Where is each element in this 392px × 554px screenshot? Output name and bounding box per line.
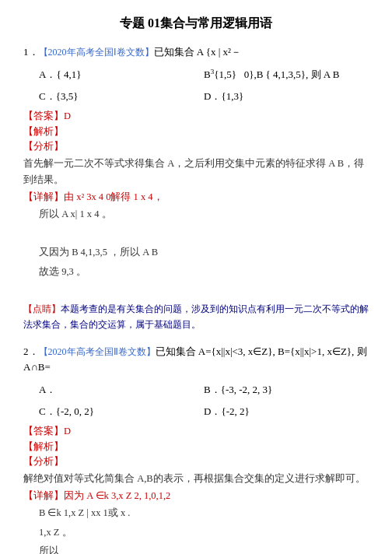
q1-answer: 【答案】D <box>23 110 369 123</box>
q1-detail-spacer2 <box>23 282 369 300</box>
q2-option-b: B．{-3, -2, 2, 3} <box>204 380 369 398</box>
page-title: 专题 01集合与常用逻辑用语 <box>23 16 369 32</box>
q1-detail-line-2: 又因为 B 4,1,3,5 ，所以 A B <box>39 244 369 261</box>
question-2: 2．【2020年高考全国Ⅱ卷文数】已知集合 A={x||x|<3, x∈Z}, … <box>23 344 369 554</box>
q2-option-a: A． <box>39 380 204 398</box>
q1-detail-header: 【详解】由 x² 3x 4 0解得 1 x 4， <box>23 191 369 204</box>
q1-detail-line-3: 故选 9,3 。 <box>39 263 369 281</box>
q2-detail-line-1: B ∈k 1,x Z | xx 1或 x . <box>39 504 369 522</box>
q2-source: 【2020年高考全国Ⅱ卷文数】 <box>39 346 156 357</box>
q1-detail-line-1: 所以 A x| 1 x 4 。 <box>39 205 369 223</box>
q2-detail-line-3: 所以 <box>39 542 369 554</box>
q2-options: A． B．{-3, -2, 2, 3} C．{-2, 0, 2} D．{-2, … <box>39 380 369 420</box>
q1-option-a: A．{ 4,1} <box>39 65 204 84</box>
q1-option-d: D．{1,3} <box>204 87 369 105</box>
q1-stem-text: 已知集合 A {x | x²－ <box>154 46 241 58</box>
q1-analysis-section: 【分析】 <box>23 140 369 153</box>
q2-answer: 【答案】D <box>23 425 369 438</box>
q1-option-b: B3{1,5} 0},B { 4,1,3,5}, 则 A B <box>204 65 369 84</box>
question-2-stem: 2．【2020年高考全国Ⅱ卷文数】已知集合 A={x||x|<3, x∈Z}, … <box>23 344 369 377</box>
q2-number: 2． <box>23 345 39 357</box>
q1-detail-spacer <box>23 225 369 243</box>
q1-number: 1． <box>23 46 39 58</box>
q2-analysis-text: 解绝对值对等式化简集合 A,B的表示，再根据集合交集的定义进行求解即可。 <box>23 471 369 487</box>
q2-option-c: C．{-2, 0, 2} <box>39 402 204 420</box>
q1-note: 【点睛】本题考查的是有关集合的问题，涉及到的知识点有利用一元二次不等式的解法求集… <box>23 301 369 333</box>
q2-detail-line-2: 1,x Z 。 <box>39 524 369 542</box>
q2-analysis-section: 【分析】 <box>23 455 369 468</box>
q1-option-c: C．{3,5} <box>39 87 204 105</box>
q2-detail-header: 【详解】因为 A ∈k 3,x Z 2, 1,0,1,2 <box>23 489 369 503</box>
q1-analysis-text: 首先解一元二次不等式求得集合 A，之后利用交集中元素的特征求得 A B，得到结果… <box>23 156 369 189</box>
question-1-stem: 1．【2020年高考全国Ⅰ卷文数】已知集合 A {x | x²－ <box>23 44 369 61</box>
q2-analysis-label: 【解析】 <box>23 440 369 454</box>
question-1: 1．【2020年高考全国Ⅰ卷文数】已知集合 A {x | x²－ A．{ 4,1… <box>23 44 369 333</box>
q1-options: A．{ 4,1} B3{1,5} 0},B { 4,1,3,5}, 则 A B … <box>39 65 369 105</box>
q1-analysis-label: 【解析】 <box>23 125 369 138</box>
q2-option-d: D．{-2, 2} <box>204 402 369 420</box>
q1-source: 【2020年高考全国Ⅰ卷文数】 <box>39 47 154 58</box>
